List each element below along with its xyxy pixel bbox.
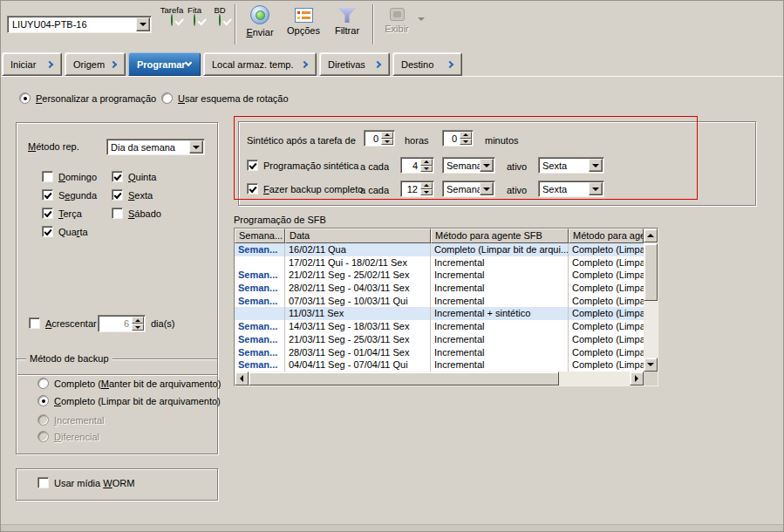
scroll-right-button[interactable]: [630, 372, 644, 385]
horizontal-scrollbar-thumb[interactable]: [249, 372, 559, 385]
enviar-button[interactable]: Enviar: [241, 3, 279, 45]
checkbox-icon[interactable]: [112, 171, 123, 182]
opcoes-button[interactable]: Opções: [284, 3, 323, 45]
table-row[interactable]: Seman...21/03/11 Seg - 25/03/11 SexIncre…: [235, 333, 644, 346]
spin-down-button[interactable]: [132, 324, 144, 331]
spinner-buttons[interactable]: [381, 132, 393, 145]
scroll-down-button[interactable]: [644, 358, 658, 372]
radio-icon[interactable]: [19, 92, 31, 104]
sintetica-day-combobox[interactable]: Sexta: [538, 157, 604, 174]
spin-up-button[interactable]: [460, 132, 472, 139]
table-row[interactable]: 11/03/11 SexIncremental + sintéticoCompl…: [235, 307, 644, 320]
radio-completo-manter[interactable]: Completo (Manter bit de arquivamento): [37, 378, 221, 389]
checkbox-sexta[interactable]: Sexta: [112, 189, 153, 201]
spin-down-button[interactable]: [381, 139, 393, 146]
dropdown-button[interactable]: [589, 182, 603, 195]
checkbox-icon[interactable]: [42, 226, 53, 237]
checkbox-icon[interactable]: [37, 477, 49, 488]
spin-up-button[interactable]: [132, 317, 144, 324]
job-selector-dropdown-button[interactable]: [136, 17, 150, 31]
job-selector-combobox[interactable]: LIUYU04-PTB-16: [7, 16, 152, 33]
checkbox-icon[interactable]: [112, 208, 123, 219]
checkbox-terca[interactable]: Terça: [42, 208, 82, 219]
sintetica-unit-combobox[interactable]: Semana(s): [442, 157, 495, 174]
checkbox-quarta[interactable]: Quarta: [42, 226, 88, 237]
spin-up-button[interactable]: [381, 132, 393, 139]
tab-local-armaz-temp[interactable]: Local armaz. temp.: [203, 52, 317, 76]
spin-down-button[interactable]: [460, 139, 472, 146]
tab-iniciar[interactable]: Iniciar: [2, 52, 62, 76]
dropdown-button[interactable]: [480, 182, 494, 195]
checkbox-programacao-sintetica[interactable]: Programação sintética: [247, 160, 358, 171]
table-row[interactable]: Seman...14/03/11 Seg - 18/03/11 SexIncre…: [235, 320, 644, 333]
table-row[interactable]: Seman...21/02/11 Seg - 25/02/11 SexIncre…: [235, 269, 644, 282]
completo-every-spinner[interactable]: 12: [400, 181, 434, 197]
radio-icon[interactable]: [37, 395, 49, 406]
tab-origem[interactable]: Origem: [65, 52, 126, 76]
checkbox-quinta[interactable]: Quinta: [112, 171, 156, 182]
completo-unit-combobox[interactable]: Semana(s): [442, 181, 495, 197]
tab-programar[interactable]: Programar: [128, 52, 201, 76]
spinner-buttons[interactable]: [460, 132, 472, 145]
column-header-semana[interactable]: Semana...: [235, 228, 285, 243]
completo-day-combobox[interactable]: Sexta: [538, 181, 604, 197]
tab-destino[interactable]: Destino: [392, 52, 462, 76]
radio-icon[interactable]: [37, 378, 49, 389]
checkbox-icon[interactable]: [42, 189, 53, 201]
vertical-scrollbar[interactable]: [644, 228, 658, 372]
checkbox-icon[interactable]: [247, 160, 258, 171]
radio-icon[interactable]: [37, 414, 49, 426]
minutes-spinner[interactable]: 0: [442, 130, 474, 147]
table-row[interactable]: 17/02/11 Qui - 18/02/11 SexIncrementalCo…: [235, 256, 644, 269]
table-row[interactable]: Seman...28/03/11 Seg - 01/04/11 SexIncre…: [235, 346, 644, 359]
spinner-buttons[interactable]: [420, 159, 433, 172]
column-header-data[interactable]: Data: [285, 228, 431, 243]
sintetica-every-spinner[interactable]: 4: [400, 157, 434, 174]
column-header-metodo-agente[interactable]: Método para agei: [569, 228, 644, 243]
checkbox-icon[interactable]: [42, 171, 53, 182]
spin-up-button[interactable]: [420, 159, 433, 166]
exibir-button[interactable]: Exibir: [378, 3, 415, 45]
horizontal-scrollbar[interactable]: [235, 372, 644, 385]
scroll-up-button[interactable]: [644, 228, 658, 242]
checkbox-usar-midia-worm[interactable]: Usar mídia WORM: [37, 477, 134, 488]
hours-spinner[interactable]: 0: [364, 130, 395, 147]
table-row[interactable]: Seman...16/02/11 QuaCompleto (Limpar bit…: [235, 243, 644, 256]
checkbox-segunda[interactable]: Segunda: [42, 189, 97, 201]
filtrar-button[interactable]: Filtrar: [328, 3, 366, 45]
dropdown-button[interactable]: [589, 159, 603, 172]
radio-icon[interactable]: [37, 431, 49, 442]
spinner-buttons[interactable]: [132, 317, 144, 331]
table-row[interactable]: Seman...04/04/11 Seg - 07/04/11 QuiIncre…: [235, 358, 644, 372]
checkbox-domingo[interactable]: Domingo: [42, 171, 97, 182]
checkbox-icon[interactable]: [42, 208, 53, 219]
exibir-dropdown-button[interactable]: [416, 14, 426, 24]
metodo-rep-combobox[interactable]: Dia da semana: [106, 139, 205, 155]
checkbox-icon[interactable]: [29, 317, 40, 329]
tab-diretivas[interactable]: Diretivas: [319, 52, 390, 76]
checkbox-icon[interactable]: [112, 189, 123, 201]
radio-diferencial[interactable]: Diferencial: [37, 431, 99, 442]
radio-icon[interactable]: [161, 92, 173, 104]
checkbox-fazer-backup-completo[interactable]: Fazer backup completo: [247, 183, 363, 194]
checkbox-sabado[interactable]: Sábado: [112, 208, 161, 219]
spin-down-button[interactable]: [420, 189, 433, 196]
checkbox-icon[interactable]: [247, 183, 258, 194]
vertical-scrollbar-thumb[interactable]: [644, 243, 658, 301]
dropdown-button[interactable]: [480, 159, 494, 172]
scroll-left-button[interactable]: [235, 372, 249, 385]
table-row[interactable]: Seman...28/02/11 Seg - 04/03/11 SexIncre…: [235, 282, 644, 295]
spin-up-button[interactable]: [420, 182, 433, 189]
radio-usar-esquema-rotacao[interactable]: Usar esquema de rotação: [161, 92, 289, 104]
checkbox-acrescentar[interactable]: Acrescentar: [29, 317, 97, 329]
spinner-buttons[interactable]: [420, 182, 433, 195]
spin-down-button[interactable]: [420, 166, 433, 173]
radio-personalizar-programacao[interactable]: Personalizar a programação: [19, 92, 156, 104]
radio-incremental[interactable]: Incremental: [37, 414, 104, 426]
radio-completo-limpar[interactable]: Completo (Limpar bit de arquivamento): [37, 395, 221, 406]
table-row[interactable]: Seman...07/03/11 Seg - 10/03/11 QuiIncre…: [235, 295, 644, 308]
acrescentar-days-spinner[interactable]: 6: [98, 315, 146, 332]
column-header-metodo-sfb[interactable]: Método para agente SFB: [431, 228, 569, 243]
chevron-right-icon: [46, 60, 53, 67]
dropdown-button[interactable]: [189, 140, 203, 153]
